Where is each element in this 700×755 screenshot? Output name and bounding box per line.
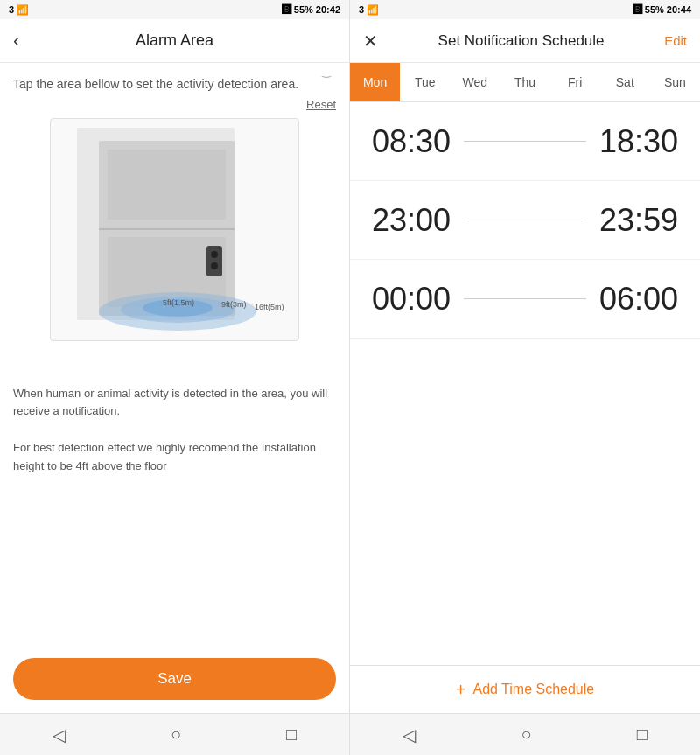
schedule-row-2[interactable]: 23:00 23:59 (350, 181, 700, 260)
schedule-row-1[interactable]: 08:30 18:30 (350, 102, 700, 181)
schedule-2-start: 23:00 (372, 202, 451, 239)
svg-point-7 (211, 262, 218, 269)
tab-tue[interactable]: Tue (400, 63, 450, 101)
schedule-row-3[interactable]: 00:00 06:00 (350, 260, 700, 339)
svg-rect-3 (108, 150, 226, 220)
activity-text-1: When human or animal activity is detecte… (13, 385, 336, 422)
left-nav-bar: ◁ ○ □ (0, 713, 349, 755)
right-nav-home[interactable]: ○ (521, 724, 531, 745)
edit-button[interactable]: Edit (664, 33, 687, 48)
right-nav-back[interactable]: ◁ (402, 724, 416, 745)
right-status-left: 3 📶 (359, 4, 379, 16)
right-status-right: 🅱 55% 20:44 (633, 4, 691, 15)
left-nav-menu[interactable]: □ (286, 724, 297, 745)
schedule-1-start: 08:30 (372, 123, 451, 160)
tab-mon[interactable]: Mon (350, 63, 400, 101)
left-battery: 55% (294, 4, 313, 15)
right-bluetooth: 🅱 (633, 4, 642, 15)
svg-text:9ft(3m): 9ft(3m) (221, 300, 247, 309)
schedule-1-end: 18:30 (599, 123, 678, 160)
right-time: 20:44 (667, 4, 691, 15)
schedule-1-line (464, 141, 586, 142)
right-nav-menu[interactable]: □ (637, 724, 648, 745)
left-time: 20:42 (316, 4, 340, 15)
right-panel: 3 📶 🅱 55% 20:44 ✕ Set Notification Sched… (350, 0, 700, 755)
left-signal: 3 📶 (9, 4, 29, 15)
schedule-3-start: 00:00 (372, 281, 451, 318)
add-schedule-label: Add Time Schedule (472, 682, 594, 697)
right-status-bar: 3 📶 🅱 55% 20:44 (350, 0, 700, 19)
tab-sun[interactable]: Sun (650, 63, 700, 101)
instruction-row: ? Tap the area bellow to set the activit… (13, 76, 336, 98)
left-panel: 3 📶 🅱 55% 20:42 ‹ Alarm Area ? Tap the a… (0, 0, 350, 755)
plus-icon: + (456, 680, 466, 700)
left-header: ‹ Alarm Area (0, 19, 349, 63)
right-header: ✕ Set Notification Schedule Edit (350, 19, 700, 63)
left-status-bar: 3 📶 🅱 55% 20:42 (0, 0, 349, 19)
right-nav-bar: ◁ ○ □ (350, 713, 700, 755)
back-button[interactable]: ‹ (13, 30, 19, 52)
svg-text:5ft(1.5m): 5ft(1.5m) (163, 298, 194, 307)
tab-fri[interactable]: Fri (550, 63, 600, 101)
right-battery: 55% (645, 4, 664, 15)
door-svg: 5ft(1.5m) 9ft(3m) 16ft(5m) (51, 119, 300, 342)
save-button[interactable]: Save (13, 658, 336, 700)
tap-instruction: Tap the area bellow to set the activity … (13, 76, 336, 94)
svg-point-6 (211, 251, 218, 258)
schedule-3-line (464, 298, 586, 299)
schedule-3-end: 06:00 (599, 281, 678, 318)
add-schedule-button[interactable]: + Add Time Schedule (350, 665, 700, 713)
svg-text:16ft(5m): 16ft(5m) (255, 303, 284, 311)
left-page-title: Alarm Area (136, 31, 214, 50)
reset-link[interactable]: Reset (13, 98, 336, 111)
left-nav-back[interactable]: ◁ (52, 724, 66, 745)
tab-sat[interactable]: Sat (600, 63, 650, 101)
left-nav-home[interactable]: ○ (171, 724, 181, 745)
tab-thu[interactable]: Thu (500, 63, 550, 101)
left-content: ? Tap the area bellow to set the activit… (0, 63, 349, 640)
tab-wed[interactable]: Wed (450, 63, 500, 101)
right-signal: 3 📶 (359, 4, 379, 15)
right-page-title: Set Notification Schedule (438, 32, 605, 50)
door-detection-area[interactable]: 5ft(1.5m) 9ft(3m) 16ft(5m) (50, 118, 299, 341)
svg-rect-2 (99, 228, 234, 230)
left-status-right: 🅱 55% 20:42 (282, 4, 340, 15)
day-tabs: Mon Tue Wed Thu Fri Sat Sun (350, 63, 700, 102)
activity-description: When human or animal activity is detecte… (13, 385, 336, 476)
close-button[interactable]: ✕ (363, 31, 378, 52)
svg-rect-5 (206, 246, 222, 276)
left-status-left: 3 📶 (9, 4, 29, 16)
activity-text-2: For best detection effect we highly reco… (13, 439, 336, 476)
schedule-2-end: 23:59 (599, 202, 678, 239)
schedule-list: 08:30 18:30 23:00 23:59 00:00 06:00 (350, 102, 700, 665)
schedule-2-line (464, 220, 586, 220)
left-bluetooth: 🅱 (282, 4, 291, 15)
